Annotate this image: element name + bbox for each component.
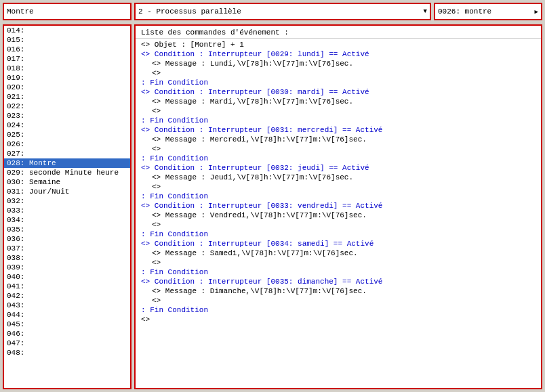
cmd-line: : Fin Condition [141,192,536,201]
cmd-line: <> Condition : Interrupteur [0030: mardi… [141,87,536,97]
sidebar-item-037[interactable]: 037: [4,244,130,253]
sidebar-scroll-area[interactable]: 014:015:016:017:018:019:020:021:022:023:… [4,26,130,388]
sidebar-item-025[interactable]: 025: [4,130,130,139]
cmd-line: <> Message : Mercredi,\V[78]h:\V[77]m:\V… [141,135,536,144]
cmd-line: <> Message : Lundi,\V[78]h:\V[77]m:\V[76… [141,59,536,68]
cmd-line: <> Message : Jeudi,\V[78]h:\V[77]m:\V[76… [141,173,536,182]
content-scroll-area[interactable]: <> Objet : [Montre] + 1<> Condition : In… [136,39,541,388]
sidebar-item-020[interactable]: 020: [4,83,130,92]
sidebar-item-043[interactable]: 043: [4,301,130,310]
cmd-line: : Fin Condition [141,78,536,87]
sidebar-item-030[interactable]: 030: Semaine [4,177,130,187]
cmd-line: <> Condition : Interrupteur [0032: jeudi… [141,163,536,173]
sidebar-item-036[interactable]: 036: [4,234,130,244]
content-title: Liste des commandes d'événement : [136,26,541,39]
sidebar-item-021[interactable]: 021: [4,92,130,102]
sidebar-item-034[interactable]: 034: [4,215,130,225]
sidebar-item-019[interactable]: 019: [4,73,130,83]
sidebar-item-018[interactable]: 018: [4,64,130,73]
sidebar-item-028[interactable]: 028: Montre [4,158,130,168]
sidebar-item-044[interactable]: 044: [4,310,130,320]
cmd-line: <> [141,315,536,324]
cmd-line: <> Condition : Interrupteur [0029: lundi… [141,49,536,59]
cmd-line: <> Message : Mardi,\V[78]h:\V[77]m:\V[76… [141,97,536,106]
sidebar-item-045[interactable]: 045: [4,320,130,329]
main-area: 014:015:016:017:018:019:020:021:022:023:… [0,22,545,392]
cmd-line: : Fin Condition [141,154,536,163]
process-select-wrapper: 1 - Processus séquentiel2 - Processus pa… [134,3,431,20]
object-name-input[interactable] [3,3,132,20]
sidebar-item-035[interactable]: 035: [4,225,130,234]
sidebar-item-027[interactable]: 027: [4,149,130,158]
ref-arrow-icon: ▶ [535,8,538,16]
sidebar: 014:015:016:017:018:019:020:021:022:023:… [3,24,132,389]
sidebar-item-042[interactable]: 042: [4,291,130,301]
cmd-line: <> Message : Dimanche,\V[78]h:\V[77]m:\V… [141,286,536,296]
sidebar-item-048[interactable]: 048: [4,348,130,357]
sidebar-item-040[interactable]: 040: [4,272,130,282]
sidebar-item-033[interactable]: 033: [4,206,130,215]
sidebar-item-022[interactable]: 022: [4,102,130,111]
sidebar-item-039[interactable]: 039: [4,263,130,272]
top-bar: 1 - Processus séquentiel2 - Processus pa… [0,0,545,22]
sidebar-item-016[interactable]: 016: [4,45,130,54]
sidebar-item-032[interactable]: 032: [4,196,130,206]
sidebar-item-026[interactable]: 026: [4,139,130,149]
cmd-line: <> [141,182,536,192]
ref-value-label: 0026: montre [435,7,541,16]
cmd-line: <> Message : Samedi,\V[78]h:\V[77]m:\V[7… [141,248,536,258]
cmd-line: <> [141,220,536,230]
content-panel: Liste des commandes d'événement : <> Obj… [134,24,542,389]
sidebar-item-017[interactable]: 017: [4,54,130,64]
cmd-line: : Fin Condition [141,305,536,315]
cmd-line: <> Objet : [Montre] + 1 [141,40,536,49]
ref-wrapper: 0026: montre ▶ [434,3,542,20]
cmd-line: <> Message : Vendredi,\V[78]h:\V[77]m:\V… [141,211,536,220]
sidebar-item-015[interactable]: 015: [4,35,130,45]
sidebar-item-041[interactable]: 041: [4,282,130,291]
sidebar-item-029[interactable]: 029: seconde Minute heure [4,168,130,177]
cmd-line: <> [141,68,536,78]
sidebar-item-024[interactable]: 024: [4,121,130,130]
cmd-line: <> Condition : Interrupteur [0033: vendr… [141,201,536,211]
cmd-line: <> [141,258,536,267]
cmd-line: <> [141,106,536,116]
cmd-line: : Fin Condition [141,230,536,239]
cmd-line: <> Condition : Interrupteur [0031: mercr… [141,125,536,135]
cmd-line: <> [141,296,536,305]
sidebar-item-038[interactable]: 038: [4,253,130,263]
sidebar-item-023[interactable]: 023: [4,111,130,121]
cmd-line: <> Condition : Interrupteur [0035: diman… [141,277,536,286]
cmd-line: : Fin Condition [141,267,536,277]
sidebar-item-047[interactable]: 047: [4,339,130,348]
cmd-line: <> [141,144,536,154]
sidebar-item-031[interactable]: 031: Jour/Nuit [4,187,130,196]
sidebar-item-046[interactable]: 046: [4,329,130,339]
cmd-line: : Fin Condition [141,116,536,125]
sidebar-item-014[interactable]: 014: [4,26,130,35]
cmd-line: <> Condition : Interrupteur [0034: samed… [141,239,536,248]
process-select[interactable]: 1 - Processus séquentiel2 - Processus pa… [136,4,430,19]
